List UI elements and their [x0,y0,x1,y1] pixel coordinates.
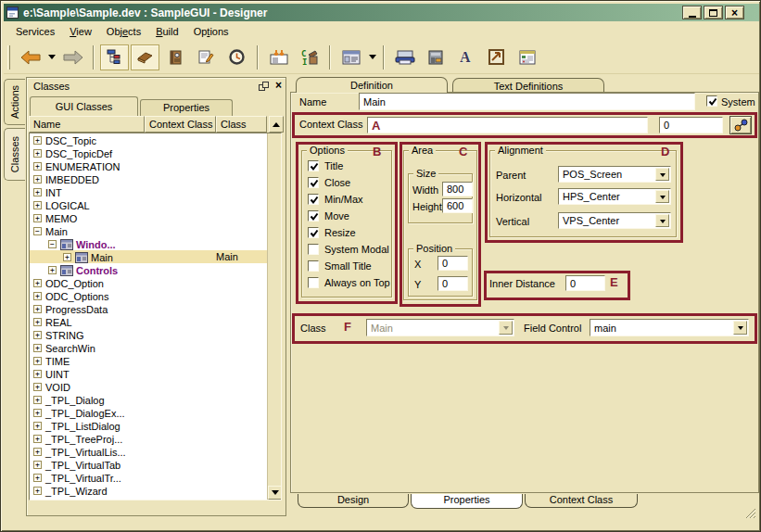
collapse-toggle-icon[interactable]: − [48,240,57,248]
checkbox[interactable] [308,227,319,238]
option-move[interactable]: Move [308,210,390,222]
tree-row[interactable]: +LOGICAL [30,198,281,211]
tree-row[interactable]: +Controls [30,263,281,276]
toolbar-forward-button[interactable] [58,44,87,70]
menu-options[interactable]: Options [186,24,236,39]
toolbar-back-history-button[interactable] [45,44,57,70]
checkbox[interactable] [308,277,319,288]
name-input[interactable]: Main [359,93,695,110]
height-input[interactable]: 600 [442,198,473,213]
checkbox[interactable] [308,177,319,188]
tree-row[interactable]: +_TPL_VirtualTr... [30,471,281,484]
option-close[interactable]: Close [308,177,390,188]
bottom-tab-properties[interactable]: Properties [411,494,523,509]
toolbar-edit-source-button[interactable] [192,44,221,70]
expand-toggle-icon[interactable]: + [33,292,42,300]
dock-tab-actions[interactable]: Actions [4,79,25,125]
tree-row[interactable]: +_TPL_Wizard [30,484,281,497]
combo-button[interactable] [655,190,669,203]
expand-toggle-icon[interactable]: + [33,357,42,365]
expand-toggle-icon[interactable]: + [33,448,42,456]
close-button[interactable]: × [725,6,744,19]
combo-button[interactable] [655,214,669,227]
minimize-button[interactable] [682,6,702,19]
y-input[interactable]: 0 [438,276,468,291]
expand-toggle-icon[interactable]: + [33,383,42,391]
expand-toggle-icon[interactable]: + [33,279,42,287]
toolbar-new-window-button[interactable] [513,44,541,70]
toolbar-forms-button[interactable] [336,44,365,70]
tree-row[interactable]: +_TPL_ListDialog [30,419,281,432]
expand-toggle-icon[interactable]: + [33,422,42,430]
toolbar-library-button[interactable] [161,44,190,70]
vertical-alignment-combo[interactable]: VPS_Center [558,212,671,229]
expand-toggle-icon[interactable]: + [33,409,42,417]
expand-toggle-icon[interactable]: + [33,435,42,443]
option-small-title[interactable]: Small Title [308,260,390,272]
expand-toggle-icon[interactable]: + [33,461,42,469]
expand-toggle-icon[interactable]: + [33,149,42,158]
combo-button[interactable] [655,168,669,181]
checkbox[interactable] [308,260,319,272]
toolbar-back-button[interactable] [16,44,44,70]
tree-row[interactable]: −Windo... [30,237,281,250]
tab-text-definitions[interactable]: Text Definitions [452,78,604,93]
toolbar-import-window-button[interactable] [264,44,293,70]
field-control-combo[interactable]: main [590,319,749,336]
scroll-down-button[interactable] [268,486,282,500]
toolbar-image-button[interactable] [482,44,511,70]
context-class-input[interactable]: A [367,117,648,133]
checkbox[interactable] [308,210,319,222]
close-panel-icon[interactable]: × [275,80,282,91]
option-title[interactable]: Title [308,160,390,171]
tree-row[interactable]: +STRING [30,328,281,341]
title-bar[interactable]: e:\Sample\Sample.dev : SampleGUI - Desig… [4,4,759,21]
checkbox[interactable] [308,160,319,171]
context-class-number-input[interactable]: 0 [659,117,723,133]
expand-toggle-icon[interactable]: + [33,318,42,326]
tree-row[interactable]: −Main [30,224,281,237]
expand-toggle-icon[interactable]: + [33,474,42,482]
option-system-modal[interactable]: System Modal [308,244,390,255]
expand-toggle-icon[interactable]: + [33,370,42,378]
dock-tab-classes[interactable]: Classes [4,128,25,181]
class-combo[interactable]: Main [366,319,514,336]
toolbar-print-button[interactable] [390,44,419,70]
expand-toggle-icon[interactable]: + [33,487,42,495]
checkbox[interactable] [308,194,319,205]
expand-toggle-icon[interactable]: + [33,214,42,222]
tree-row[interactable]: +ProgressData [30,302,281,315]
option-always-on-top[interactable]: Always on Top [308,277,390,288]
tree-row[interactable]: +MEMO [30,211,281,224]
tree-row[interactable]: +VOID [30,380,281,393]
toolbar-class-interface-button[interactable]: CI [295,44,323,70]
expand-toggle-icon[interactable]: + [63,253,71,261]
system-checkbox[interactable] [706,95,717,107]
column-header-context-class[interactable]: Context Class [145,116,216,133]
tree-row[interactable]: +TIME [30,354,281,367]
x-input[interactable]: 0 [438,256,468,271]
menu-services[interactable]: Services [8,24,62,39]
menu-build[interactable]: Build [148,24,185,39]
bottom-tab-design[interactable]: Design [298,494,409,508]
horizontal-alignment-combo[interactable]: HPS_Center [558,188,671,205]
toolbar-export-button[interactable] [421,44,450,70]
expand-toggle-icon[interactable]: + [33,201,42,209]
tree-row[interactable]: +REAL [30,315,281,328]
collapse-toggle-icon[interactable]: − [33,227,42,235]
tab-gui-classes[interactable]: GUI Classes [30,96,138,116]
inner-distance-input[interactable]: 0 [565,275,605,291]
tree-scrollbar[interactable] [267,133,281,500]
tree-row[interactable]: +UINT [30,367,281,380]
resize-grip[interactable] [743,506,756,519]
expand-toggle-icon[interactable]: + [33,396,42,404]
menu-view[interactable]: View [62,24,99,39]
toolbar-grip[interactable] [7,45,10,70]
checkbox[interactable] [308,244,319,255]
expand-toggle-icon[interactable]: + [33,344,42,352]
tree-row[interactable]: +_TPL_VirtualLis... [30,445,281,458]
scroll-up-button[interactable] [269,116,284,133]
tree-row[interactable]: +ODC_Option [30,276,281,289]
field-control-combo-button[interactable] [733,321,747,335]
maximize-button[interactable] [704,6,723,19]
